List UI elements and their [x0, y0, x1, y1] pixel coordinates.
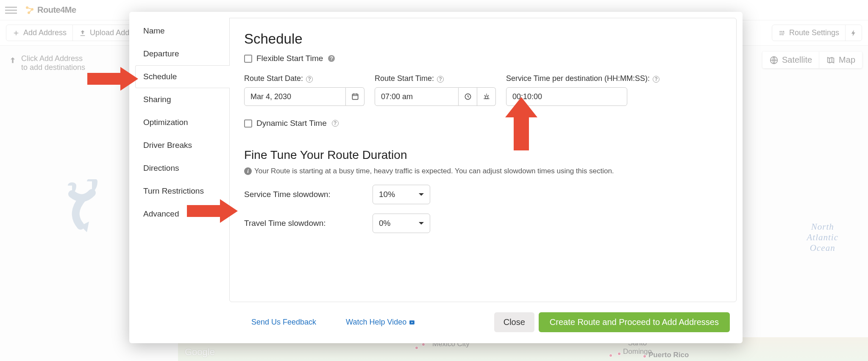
play-icon [409, 319, 415, 325]
dynamic-start-label: Dynamic Start Time [256, 119, 327, 128]
finetune-info: i Your Route is starting at a busy time,… [244, 167, 722, 175]
flexible-start-label: Flexible Start Time [256, 54, 323, 63]
route-start-time-input[interactable] [375, 87, 459, 106]
feedback-link[interactable]: Send Us Feedback [251, 318, 316, 327]
chevron-down-icon [419, 222, 424, 227]
flexible-start-checkbox[interactable] [244, 55, 252, 63]
nav-item-turn-restrictions[interactable]: Turn Restrictions [135, 180, 229, 203]
nav-item-departure[interactable]: Departure [135, 42, 229, 65]
sunrise-button[interactable] [477, 87, 496, 106]
clock-button[interactable] [459, 87, 477, 106]
nav-item-advanced[interactable]: Advanced [135, 203, 229, 225]
help-icon[interactable]: ? [306, 76, 313, 83]
nav-item-driver-breaks[interactable]: Driver Breaks [135, 134, 229, 157]
travel-slowdown-select[interactable]: 0% [373, 214, 430, 233]
nav-item-optimization[interactable]: Optimization [135, 111, 229, 134]
svg-point-8 [485, 96, 488, 99]
finetune-title: Fine Tune Your Route Duration [244, 148, 722, 162]
route-start-date-label: Route Start Date: ? [244, 74, 364, 83]
close-button[interactable]: Close [494, 312, 534, 332]
help-icon[interactable]: ? [653, 76, 659, 83]
service-time-label: Service Time per destination (HH:MM:SS):… [506, 74, 659, 83]
info-icon: i [244, 167, 252, 175]
help-icon[interactable]: ? [328, 55, 335, 62]
modal-footer: Send Us Feedback Watch Help Video Close … [129, 308, 743, 343]
nav-item-name[interactable]: Name [135, 19, 229, 42]
dynamic-start-checkbox[interactable] [244, 119, 252, 128]
sunrise-icon [482, 92, 491, 101]
service-slowdown-select[interactable]: 10% [373, 185, 430, 204]
route-start-time-label: Route Start Time: ? [375, 74, 496, 83]
route-settings-modal: Name Departure Schedule Sharing Optimiza… [129, 12, 743, 343]
chevron-down-icon [419, 193, 424, 198]
calendar-icon [351, 92, 359, 101]
travel-slowdown-label: Travel Time slowdown: [244, 219, 373, 228]
watch-video-link[interactable]: Watch Help Video [346, 318, 415, 327]
calendar-button[interactable] [346, 87, 364, 106]
schedule-panel: Schedule Flexible Start Time ? Route Sta… [229, 18, 737, 302]
panel-title: Schedule [244, 31, 722, 47]
nav-item-sharing[interactable]: Sharing [135, 88, 229, 111]
nav-item-schedule[interactable]: Schedule [135, 65, 230, 88]
help-icon[interactable]: ? [437, 76, 444, 83]
svg-rect-6 [352, 94, 358, 100]
nav-item-directions[interactable]: Directions [135, 157, 229, 180]
settings-nav: Name Departure Schedule Sharing Optimiza… [135, 18, 229, 302]
service-slowdown-label: Service Time slowdown: [244, 190, 373, 199]
create-route-button[interactable]: Create Route and Proceed to Add Addresse… [539, 312, 730, 332]
help-icon[interactable]: ? [332, 120, 339, 127]
service-time-input[interactable] [506, 87, 627, 106]
clock-icon [464, 92, 472, 101]
route-start-date-input[interactable] [244, 87, 346, 106]
